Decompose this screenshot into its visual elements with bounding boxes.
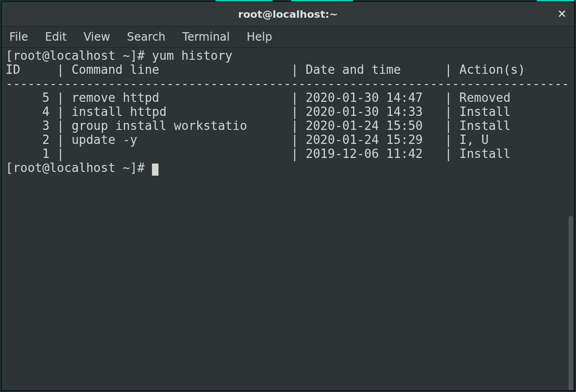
menu-view[interactable]: View	[80, 29, 114, 45]
desktop-accent	[0, 0, 576, 1]
terminal-area: [root@localhost ~]# yum history ID | Com…	[2, 48, 574, 390]
menu-search[interactable]: Search	[123, 29, 169, 45]
menubar: File Edit View Search Terminal Help	[2, 27, 574, 48]
window-title: root@localhost:~	[238, 8, 338, 20]
titlebar[interactable]: root@localhost:~ ✕	[2, 2, 574, 27]
menu-file[interactable]: File	[6, 29, 32, 45]
terminal-output[interactable]: [root@localhost ~]# yum history ID | Com…	[2, 48, 568, 390]
terminal-window: root@localhost:~ ✕ File Edit View Search…	[2, 2, 574, 390]
menu-help[interactable]: Help	[243, 29, 276, 45]
menu-terminal[interactable]: Terminal	[179, 29, 233, 45]
scrollbar-thumb[interactable]	[569, 216, 573, 390]
scrollbar[interactable]	[568, 48, 574, 390]
menu-edit[interactable]: Edit	[41, 29, 70, 45]
terminal-cursor	[152, 164, 158, 176]
close-icon[interactable]: ✕	[557, 8, 567, 20]
